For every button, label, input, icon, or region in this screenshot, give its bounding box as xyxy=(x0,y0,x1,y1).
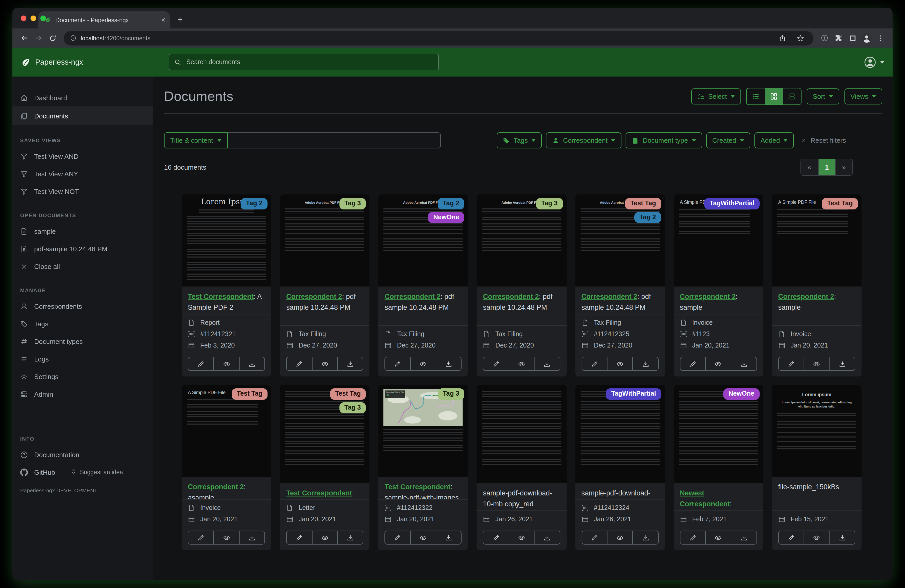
document-thumbnail[interactable]: Test TagTag 3 xyxy=(280,385,370,483)
correspondent-link[interactable]: Correspondent 2 xyxy=(286,293,342,301)
download-document-button[interactable] xyxy=(338,357,364,371)
edit-document-button[interactable] xyxy=(581,357,608,371)
view-document-button[interactable] xyxy=(411,357,436,371)
tag-badge[interactable]: TagWithPartial xyxy=(606,388,661,399)
document-thumbnail[interactable]: TagWithPartial xyxy=(575,385,665,483)
download-document-button[interactable] xyxy=(731,357,757,371)
select-button[interactable]: Select xyxy=(691,89,741,105)
tag-badge[interactable]: TagWithPartial xyxy=(705,198,760,209)
pagination-first-button[interactable]: « xyxy=(801,159,818,175)
back-button[interactable] xyxy=(17,31,32,45)
view-mode-grid-button[interactable] xyxy=(765,89,783,105)
new-tab-button[interactable] xyxy=(173,13,187,27)
sidebar-item-test-view-not[interactable]: Test View NOT xyxy=(13,182,152,200)
extensions-puzzle-icon[interactable] xyxy=(832,31,846,45)
edit-document-button[interactable] xyxy=(483,531,509,545)
bookmark-star-icon[interactable] xyxy=(793,31,807,45)
sort-button[interactable]: Sort xyxy=(807,89,839,105)
tag-badge[interactable]: Test Tag xyxy=(330,388,366,399)
correspondent-filter-button[interactable]: Correspondent xyxy=(546,132,621,148)
download-document-button[interactable] xyxy=(436,357,462,371)
view-document-button[interactable] xyxy=(214,531,240,545)
view-document-button[interactable] xyxy=(312,357,338,371)
browser-profile-avatar[interactable] xyxy=(859,31,873,45)
download-document-button[interactable] xyxy=(338,531,364,545)
minimize-window-button[interactable] xyxy=(30,16,36,21)
created-filter-button[interactable]: Created xyxy=(706,132,750,148)
edit-document-button[interactable] xyxy=(778,531,804,545)
view-document-button[interactable] xyxy=(509,357,535,371)
download-document-button[interactable] xyxy=(240,531,265,545)
correspondent-link[interactable]: Test Correspondent xyxy=(188,293,254,301)
global-search[interactable] xyxy=(169,54,439,70)
global-search-input[interactable] xyxy=(185,58,433,66)
document-thumbnail[interactable]: A Simple PDF FileTagWithPartial xyxy=(673,195,763,287)
views-button[interactable]: Views xyxy=(844,89,882,105)
document-thumbnail[interactable] xyxy=(477,385,566,483)
reload-button[interactable] xyxy=(46,31,59,45)
view-document-button[interactable] xyxy=(804,357,830,371)
password-manager-icon[interactable] xyxy=(818,31,832,45)
document-thumbnail[interactable]: A Simple PDF FileTest Tag xyxy=(182,385,271,477)
download-document-button[interactable] xyxy=(535,531,560,545)
sidebar-item-admin[interactable]: Admin xyxy=(13,385,152,403)
view-document-button[interactable] xyxy=(509,531,535,545)
tags-filter-button[interactable]: Tags xyxy=(497,132,542,148)
tag-badge[interactable]: Tag 3 xyxy=(536,198,563,209)
view-mode-detail-button[interactable] xyxy=(783,89,801,105)
view-mode-list-button[interactable] xyxy=(746,89,765,105)
app-brand[interactable]: Paperless-ngx xyxy=(21,57,169,67)
edit-document-button[interactable] xyxy=(680,531,706,545)
edit-document-button[interactable] xyxy=(581,531,608,545)
tag-badge[interactable]: Tag 2 xyxy=(438,198,464,209)
text-filter-field-button[interactable]: Title & content xyxy=(164,132,227,148)
view-document-button[interactable] xyxy=(706,531,731,545)
document-thumbnail[interactable]: Boundary Waters TripTag 3 xyxy=(378,385,468,477)
sidebar-item-documents[interactable]: Documents xyxy=(13,106,152,125)
tab-close-icon[interactable] xyxy=(161,17,165,22)
tag-badge[interactable]: Test Tag xyxy=(822,198,858,209)
sidebar-item-documentation[interactable]: Documentation xyxy=(13,446,152,463)
sidebar-item-correspondents[interactable]: Correspondents xyxy=(13,297,152,315)
correspondent-link[interactable]: Test Correspondent xyxy=(286,489,352,497)
forward-button[interactable] xyxy=(32,31,46,45)
site-info-icon[interactable] xyxy=(70,35,76,41)
tag-badge[interactable]: Tag 3 xyxy=(339,402,366,413)
document-thumbnail[interactable]: Adobe Acrobat PDF FilesTest TagTag 2 xyxy=(575,195,665,287)
edit-document-button[interactable] xyxy=(385,531,411,545)
sidebar-item-open-doc-pdf-sample[interactable]: pdf-sample 10.24.48 PM xyxy=(13,240,152,258)
sidebar-item-close-all[interactable]: Close all xyxy=(13,258,152,275)
sidebar-item-test-view-and[interactable]: Test View AND xyxy=(13,147,152,165)
download-document-button[interactable] xyxy=(633,531,659,545)
browser-menu-kebab-icon[interactable] xyxy=(873,31,888,45)
pagination-page-1-button[interactable]: 1 xyxy=(818,159,835,175)
edit-document-button[interactable] xyxy=(385,357,411,371)
document-thumbnail[interactable]: Adobe Acrobat PDF FilesTag 2NewOne xyxy=(378,195,468,287)
correspondent-link[interactable]: Correspondent 2 xyxy=(385,293,441,301)
download-document-button[interactable] xyxy=(436,531,462,545)
view-document-button[interactable] xyxy=(608,531,633,545)
edit-document-button[interactable] xyxy=(188,531,214,545)
view-document-button[interactable] xyxy=(706,357,731,371)
maximize-window-button[interactable] xyxy=(40,16,46,21)
close-window-button[interactable] xyxy=(21,16,26,21)
sidebar-item-github[interactable]: GitHub xyxy=(20,468,55,476)
correspondent-link[interactable]: Correspondent 2 xyxy=(680,293,735,301)
correspondent-link[interactable]: Correspondent 2 xyxy=(778,293,834,301)
view-document-button[interactable] xyxy=(608,357,633,371)
added-filter-button[interactable]: Added xyxy=(754,132,794,148)
pagination-last-button[interactable]: » xyxy=(835,159,852,175)
edit-document-button[interactable] xyxy=(483,357,509,371)
sidebar-item-logs[interactable]: Logs xyxy=(13,350,152,368)
correspondent-link[interactable]: Correspondent 2 xyxy=(483,293,539,301)
text-filter-input[interactable] xyxy=(227,132,441,148)
user-menu[interactable] xyxy=(864,55,884,68)
tag-badge[interactable]: Tag 2 xyxy=(241,198,268,209)
edit-document-button[interactable] xyxy=(680,357,706,371)
correspondent-link[interactable]: Correspondent 2 xyxy=(188,483,244,491)
tag-badge[interactable]: Tag 3 xyxy=(438,388,464,399)
tag-badge[interactable]: NewOne xyxy=(723,388,760,399)
tag-badge[interactable]: Tag 3 xyxy=(339,198,366,209)
browser-tab[interactable]: Documents - Paperless-ngx xyxy=(38,11,170,29)
correspondent-link[interactable]: Newest Correspondent xyxy=(680,489,730,508)
